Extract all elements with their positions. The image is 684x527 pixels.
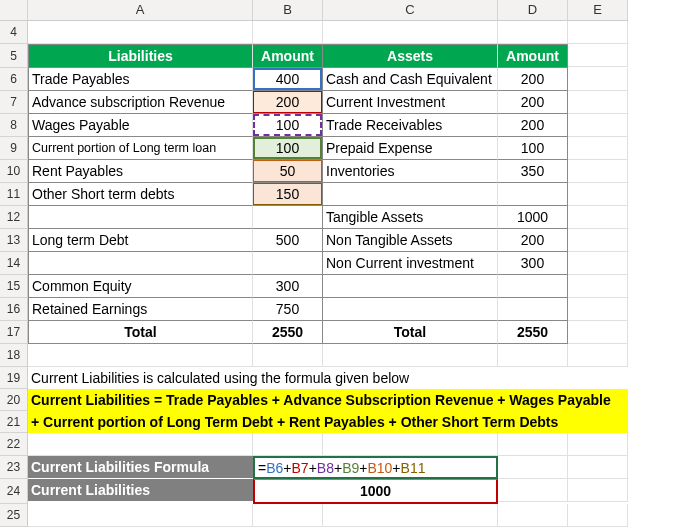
col-D[interactable]: D [498,0,568,21]
row-6[interactable]: 6 [0,68,28,91]
table-cell[interactable]: Trade Payables [28,68,253,91]
cell[interactable] [568,433,628,456]
table-cell[interactable]: 200 [498,229,568,252]
table-cell[interactable]: Current Investment [323,91,498,114]
formula-editing-cell[interactable]: =B6+B7+B8+B9+B10+B11 [253,456,498,479]
row-9[interactable]: 9 [0,137,28,160]
table-cell[interactable] [498,183,568,206]
cell[interactable] [498,21,568,44]
row-11[interactable]: 11 [0,183,28,206]
table-cell[interactable]: Advance subscription Revenue [28,91,253,114]
cell[interactable] [568,206,628,229]
col-B[interactable]: B [253,0,323,21]
table-cell[interactable]: 750 [253,298,323,321]
row-5[interactable]: 5 [0,44,28,68]
table-cell[interactable]: Wages Payable [28,114,253,137]
row-8[interactable]: 8 [0,114,28,137]
result-value[interactable]: 1000 [253,479,498,504]
cell[interactable] [498,344,568,367]
table-cell[interactable]: 50 [253,160,323,183]
table-cell[interactable]: Inventories [323,160,498,183]
cell[interactable] [323,504,498,527]
row-21[interactable]: 21 [0,411,28,433]
cell[interactable] [498,504,568,527]
row-22[interactable]: 22 [0,433,28,456]
table-cell[interactable]: Tangible Assets [323,206,498,229]
cell[interactable] [568,183,628,206]
table-cell[interactable]: 1000 [498,206,568,229]
table-cell[interactable]: Cash and Cash Equivalent [323,68,498,91]
total-label[interactable]: Total [323,321,498,344]
table-cell[interactable]: 350 [498,160,568,183]
cell[interactable] [568,137,628,160]
amount-header[interactable]: Amount [498,44,568,68]
cell[interactable] [323,433,498,456]
table-cell[interactable]: Common Equity [28,275,253,298]
cell[interactable] [498,456,568,479]
row-13[interactable]: 13 [0,229,28,252]
row-16[interactable]: 16 [0,298,28,321]
col-E[interactable]: E [568,0,628,21]
cell[interactable] [568,504,628,527]
table-cell[interactable]: Trade Receivables [323,114,498,137]
table-cell[interactable]: Long term Debt [28,229,253,252]
cell[interactable] [568,321,628,344]
table-cell[interactable]: 100 [498,137,568,160]
table-cell[interactable]: 200 [498,114,568,137]
table-cell[interactable]: Prepaid Expense [323,137,498,160]
table-cell[interactable]: 500 [253,229,323,252]
cell[interactable] [323,21,498,44]
row-7[interactable]: 7 [0,91,28,114]
cell[interactable] [323,344,498,367]
total-label[interactable]: Total [28,321,253,344]
row-15[interactable]: 15 [0,275,28,298]
row-23[interactable]: 23 [0,456,28,479]
row-10[interactable]: 10 [0,160,28,183]
spreadsheet-grid[interactable]: A B C D E 4 5 Liabilities Amount Assets … [0,0,684,527]
row-20[interactable]: 20 [0,389,28,411]
cell[interactable] [568,252,628,275]
table-cell[interactable]: 300 [498,252,568,275]
formula-text-line1[interactable]: Current Liabilities = Trade Payables + A… [28,389,628,411]
cell[interactable] [568,114,628,137]
cell[interactable] [568,160,628,183]
col-C[interactable]: C [323,0,498,21]
cell[interactable] [568,229,628,252]
table-cell[interactable]: 400 [253,68,323,91]
row-14[interactable]: 14 [0,252,28,275]
table-cell[interactable]: 200 [498,91,568,114]
row-18[interactable]: 18 [0,344,28,367]
table-cell[interactable] [253,206,323,229]
result-label[interactable]: Current Liabilities [28,479,253,501]
table-cell[interactable]: Non Current investment [323,252,498,275]
cell[interactable] [28,21,253,44]
cell[interactable] [568,344,628,367]
formula-text-line2[interactable]: + Current portion of Long Term Debt + Re… [28,411,628,433]
table-cell[interactable]: 200 [498,68,568,91]
cell[interactable] [568,479,628,502]
table-cell[interactable]: 200 [253,91,323,114]
formula-label[interactable]: Current Liabilities Formula [28,456,253,478]
cell[interactable] [568,68,628,91]
cell[interactable] [498,433,568,456]
table-cell[interactable] [323,275,498,298]
assets-header[interactable]: Assets [323,44,498,68]
cell[interactable] [28,344,253,367]
table-cell[interactable]: Rent Payables [28,160,253,183]
table-cell[interactable]: Retained Earnings [28,298,253,321]
cell[interactable] [568,44,628,67]
cell[interactable] [568,298,628,321]
table-cell[interactable] [498,298,568,321]
total-value[interactable]: 2550 [498,321,568,344]
row-25[interactable]: 25 [0,504,28,527]
cell[interactable] [498,479,568,502]
table-cell[interactable] [28,206,253,229]
cell[interactable] [28,433,253,456]
table-cell[interactable] [498,275,568,298]
table-cell[interactable]: 300 [253,275,323,298]
amount-header[interactable]: Amount [253,44,323,68]
row-19[interactable]: 19 [0,367,28,389]
cell[interactable] [253,504,323,527]
table-cell[interactable]: Other Short term debts [28,183,253,206]
row-12[interactable]: 12 [0,206,28,229]
